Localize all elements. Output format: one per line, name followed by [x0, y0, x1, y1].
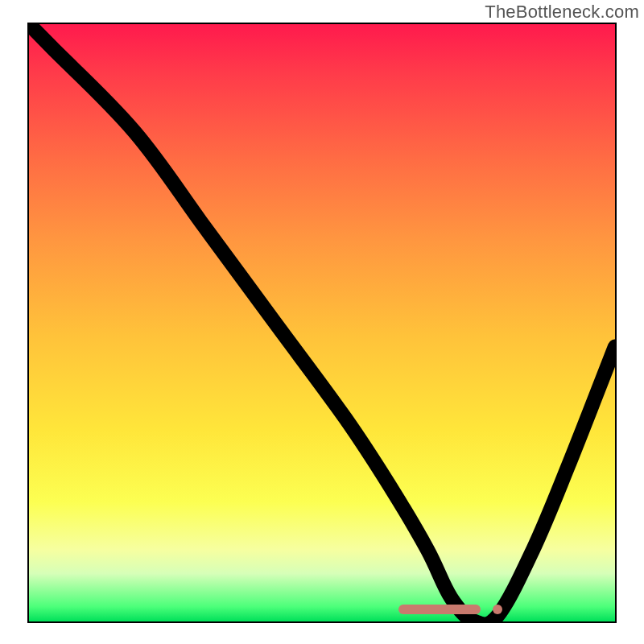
plot-axes-frame	[27, 23, 617, 623]
optimal-range-marker	[398, 605, 481, 614]
chart-canvas: TheBottleneck.com	[0, 0, 644, 644]
watermark-attribution: TheBottleneck.com	[485, 2, 639, 23]
bottleneck-curve	[29, 24, 615, 621]
plot-outer-frame	[16, 23, 628, 634]
